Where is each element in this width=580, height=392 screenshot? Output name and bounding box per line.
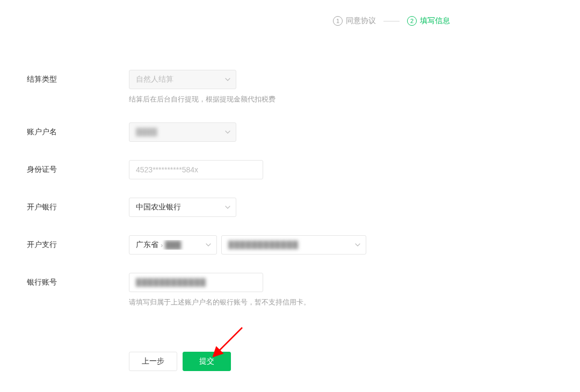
row-bank-account: 银行账号 ████████████ 请填写归属于上述账户户名的银行账号，暂不支持…	[27, 273, 366, 307]
step-divider	[383, 21, 400, 21]
select-account-name-value: ████	[136, 128, 220, 136]
label-id-number: 身份证号	[27, 160, 129, 175]
form-actions: 上一步 提交	[129, 352, 231, 371]
step-agree: 1 同意协议	[333, 16, 376, 26]
step-fill-info: 2 填写信息	[407, 16, 450, 26]
label-bank: 开户银行	[27, 198, 129, 212]
input-bank-account-wrapper[interactable]: ████████████	[129, 273, 263, 292]
label-account-name: 账户户名	[27, 122, 129, 137]
hint-settlement: 结算后在后台自行提现，根据提现金额代扣税费	[129, 95, 276, 104]
step-agree-number: 1	[333, 16, 343, 26]
row-settlement-type: 结算类型 自然人结算 结算后在后台自行提现，根据提现金额代扣税费	[27, 70, 366, 104]
row-id-number: 身份证号	[27, 160, 366, 179]
select-settlement-type: 自然人结算	[129, 70, 236, 89]
select-bank-value: 中国农业银行	[136, 202, 220, 212]
input-bank-account-value: ████████████	[136, 278, 247, 287]
label-branch: 开户支行	[27, 235, 129, 250]
chevron-down-icon	[225, 78, 230, 81]
hint-bank-account: 请填写归属于上述账户户名的银行账号，暂不支持信用卡。	[129, 297, 310, 307]
step-agree-label: 同意协议	[346, 16, 376, 26]
region-province: 广东省	[136, 240, 158, 250]
prev-button[interactable]: 上一步	[129, 352, 177, 371]
row-bank: 开户银行 中国农业银行	[27, 198, 366, 217]
row-account-name: 账户户名 ████	[27, 122, 366, 142]
row-branch: 开户支行 广东省 › ███ ████████████	[27, 235, 366, 255]
svg-line-0	[218, 328, 242, 352]
chevron-down-icon	[225, 130, 230, 134]
submit-button[interactable]: 提交	[183, 352, 231, 371]
select-branch[interactable]: ████████████	[221, 235, 366, 255]
chevron-down-icon	[206, 243, 211, 246]
progress-steps: 1 同意协议 2 填写信息	[333, 16, 450, 26]
select-branch-value: ████████████	[228, 241, 350, 249]
select-bank[interactable]: 中国农业银行	[129, 198, 236, 217]
chevron-down-icon	[355, 243, 360, 246]
label-settlement-type: 结算类型	[27, 70, 129, 84]
select-account-name: ████	[129, 122, 236, 142]
settlement-form: 结算类型 自然人结算 结算后在后台自行提现，根据提现金额代扣税费 账户户名 ██…	[27, 70, 366, 307]
step-fill-label: 填写信息	[420, 16, 450, 26]
select-region[interactable]: 广东省 › ███	[129, 235, 217, 255]
chevron-down-icon	[225, 206, 230, 209]
select-settlement-type-value: 自然人结算	[136, 75, 220, 84]
region-city: ███	[165, 241, 181, 249]
label-bank-account: 银行账号	[27, 273, 129, 287]
region-separator: ›	[161, 241, 163, 249]
step-fill-number: 2	[407, 16, 417, 26]
input-id-number[interactable]	[129, 160, 263, 179]
